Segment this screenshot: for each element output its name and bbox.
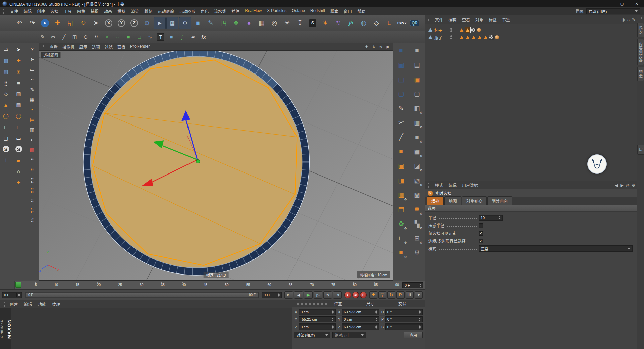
cube-tool-icon-5[interactable]: ◧ [411, 102, 423, 114]
workplane-icon[interactable]: L [383, 17, 395, 29]
edge-mode-icon[interactable]: ◇ [1, 89, 11, 98]
pointer-icon[interactable]: ➤ [28, 55, 37, 63]
menu-item[interactable]: 雕刻 [142, 8, 155, 14]
lock-y-icon[interactable]: Y [115, 17, 127, 29]
timeline-tick[interactable]: 10 [54, 282, 58, 289]
viewport-solo-icon[interactable]: ▢ [1, 133, 11, 143]
mouse-nav-icon[interactable]: ▭ [14, 133, 23, 143]
polygon-selection-tag[interactable] [471, 35, 476, 40]
panel-grip-icon[interactable] [43, 45, 46, 49]
poly-cube-icon[interactable]: ▩ [14, 100, 23, 109]
spinner-icon[interactable] [374, 318, 377, 321]
menu-item[interactable]: 流水线 [211, 8, 229, 14]
model-cube-icon[interactable]: ■ [14, 78, 23, 87]
visibility-dots[interactable] [450, 35, 452, 39]
last-used-tool[interactable]: ➤ [90, 17, 102, 29]
spinner-icon[interactable] [417, 325, 421, 329]
workplane-lock-icon[interactable]: ⊥ [1, 155, 11, 165]
viewport-menu-item[interactable]: 显示 [77, 44, 90, 50]
key-pla-toggle[interactable]: ⠿ [406, 291, 414, 299]
volume-cube-tool[interactable]: ■ [166, 32, 176, 42]
symmetry-icon[interactable]: ◫ [395, 73, 407, 85]
menu-item[interactable]: 工具 [61, 8, 74, 14]
inner-extrude-icon[interactable]: ▣ [395, 160, 407, 171]
cube-tool-icon-10[interactable]: ▧ [411, 174, 423, 186]
apply-button[interactable]: 应用 [404, 332, 423, 338]
minimize-button[interactable]: ─ [600, 0, 614, 7]
menu-item[interactable]: 渲染 [128, 8, 142, 14]
cube-tool-icon-4[interactable]: ▢ [411, 88, 423, 99]
view-name-label[interactable]: 透视视图 [41, 52, 61, 58]
selection-mode-select[interactable]: 正常 [479, 245, 633, 252]
rotation-b-field[interactable]: 0 ° [385, 323, 423, 330]
key-position-toggle[interactable]: ✚ [369, 291, 377, 299]
spinner-icon[interactable] [417, 318, 421, 321]
scale-tool[interactable]: ◱ [64, 17, 76, 29]
texture-mode-icon[interactable]: ▨ [1, 67, 11, 76]
floor-menu[interactable]: ↧ [294, 17, 306, 29]
timeline-tick[interactable]: 70 [310, 282, 314, 289]
cube-frame-tool[interactable]: □ [134, 32, 144, 42]
position-z-field[interactable]: 0 cm [299, 323, 336, 330]
timeline-tick[interactable]: 15 [76, 282, 79, 289]
cube-add-tool[interactable]: ■ [123, 32, 133, 42]
cube-tool-icon-8[interactable]: ▦ [411, 146, 423, 157]
spinner-icon[interactable] [330, 318, 334, 321]
phong-tag[interactable] [494, 35, 500, 40]
panel-grip-icon[interactable] [295, 301, 327, 306]
timeline-tick[interactable]: 65 [289, 282, 292, 289]
spinner-icon[interactable] [330, 310, 334, 314]
sky-menu[interactable]: S [307, 17, 319, 29]
keyframe-presets-dropdown[interactable]: ▾ [415, 291, 423, 299]
polygon-selection-tag[interactable] [459, 35, 464, 40]
close-button[interactable]: ✕ [629, 0, 644, 7]
interface-dropdown[interactable]: 启动 (用户) [586, 8, 640, 14]
cube-tool-icon-3[interactable]: ▣ [411, 73, 423, 85]
snap-toggle-icon[interactable]: S [1, 144, 11, 154]
object-name[interactable]: 杯子 [434, 27, 446, 33]
spinner-icon[interactable] [16, 293, 20, 297]
uvw-tag[interactable] [489, 35, 494, 40]
render-view-button[interactable]: ▶ [154, 17, 166, 29]
timeline-tick[interactable]: 30 [140, 282, 143, 289]
timeline-tick[interactable]: 35 [161, 282, 165, 289]
lock-x-icon[interactable]: X [103, 17, 115, 29]
deformer-menu[interactable]: ≋ [332, 17, 344, 29]
light-menu[interactable]: ☀ [281, 17, 293, 29]
menu-item[interactable]: 编辑 [21, 8, 34, 14]
timeline-range-slider[interactable]: 0 F 90 F [25, 292, 259, 298]
fx-tool[interactable]: fx [199, 32, 209, 42]
object-menu-item[interactable]: 对象 [473, 17, 486, 22]
field-sphere-icon[interactable]: ◍ [358, 17, 370, 29]
menu-item[interactable]: 帮助 [355, 8, 368, 14]
uvw-tag[interactable] [471, 28, 476, 32]
size-z-field[interactable]: 63.933 cm [342, 323, 379, 330]
simulate-ball-icon[interactable]: S [14, 144, 23, 154]
attribute-tab[interactable]: 选项 [427, 196, 444, 205]
dot-pattern-icon-4[interactable]: ⣿ [28, 186, 37, 194]
object-origin-handle[interactable] [196, 160, 200, 163]
viewport-menu-item[interactable]: 选项 [90, 44, 102, 50]
object-row[interactable]: 瓶子 [428, 34, 635, 41]
timeline-tick[interactable]: 55 [246, 282, 250, 289]
am-search-icon[interactable]: ◎ [626, 183, 629, 188]
bevel-icon[interactable]: ◨ [395, 174, 407, 186]
viewport-canvas[interactable]: Y X Z 透视视图 帧速 : 214.3 网格间距 : 10 cm [39, 51, 393, 280]
object-menu-item[interactable]: 标签 [486, 17, 499, 22]
polygon-pen-tool[interactable]: ✎ [38, 32, 48, 42]
radius-field[interactable]: 10 [479, 215, 503, 221]
instance-menu[interactable]: ▦ [256, 17, 268, 29]
timeline-tick[interactable]: 90 [395, 282, 399, 289]
attribute-menu-item[interactable]: 编辑 [446, 182, 459, 188]
dot-pattern-icon-6[interactable]: ⡷ [28, 206, 37, 214]
menu-item[interactable]: 模拟 [115, 8, 128, 14]
panel-grip-icon[interactable] [639, 17, 642, 21]
lock-z-icon[interactable]: Z [128, 17, 140, 29]
size-y-field[interactable]: 0 cm [342, 316, 379, 322]
cube-tool-icon-7[interactable]: ■ [411, 131, 423, 143]
particle-emitter-menu[interactable]: ✶ [319, 17, 331, 29]
dot-pattern-icon-2[interactable]: ⠿ [28, 165, 37, 174]
object-menu-item[interactable]: 编辑 [446, 17, 459, 22]
chip-pair-icon[interactable]: ▥ [28, 125, 37, 134]
pen-small-icon[interactable]: ✎ [28, 85, 37, 94]
